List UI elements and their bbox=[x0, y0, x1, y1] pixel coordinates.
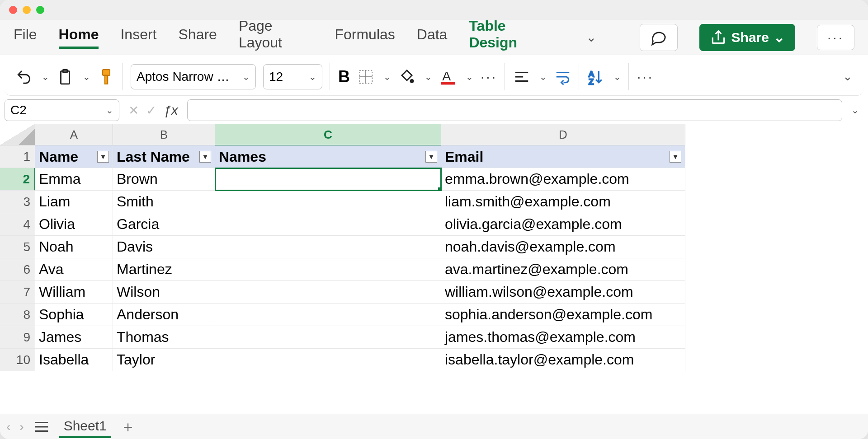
align-left-icon[interactable] bbox=[513, 68, 530, 85]
borders-icon[interactable] bbox=[357, 68, 374, 85]
cell-D6[interactable]: ava.martinez@example.com bbox=[441, 258, 685, 281]
cell-C2[interactable] bbox=[215, 168, 441, 191]
format-painter-icon[interactable] bbox=[98, 68, 115, 85]
tab-page-layout[interactable]: Page Layout bbox=[239, 18, 313, 57]
row-header-1[interactable]: 1 bbox=[0, 145, 35, 168]
row-header-2[interactable]: 2 bbox=[0, 168, 35, 191]
col-header-D[interactable]: D bbox=[441, 124, 685, 145]
cell-C4[interactable] bbox=[215, 213, 441, 236]
more-options-button[interactable]: ··· bbox=[817, 25, 854, 50]
cell-A3[interactable]: Liam bbox=[35, 191, 113, 213]
sheet-nav-next[interactable]: › bbox=[19, 420, 24, 434]
formula-input[interactable] bbox=[187, 99, 842, 121]
font-size-select[interactable]: 12 ⌄ bbox=[263, 64, 322, 89]
cell-A6[interactable]: Ava bbox=[35, 258, 113, 281]
sheet-nav-prev[interactable]: ‹ bbox=[6, 420, 10, 434]
font-color-caret[interactable]: ⌄ bbox=[466, 71, 473, 82]
select-all-corner[interactable] bbox=[0, 124, 35, 145]
wrap-text-icon[interactable] bbox=[554, 68, 571, 85]
collapse-ribbon-caret[interactable]: ⌄ bbox=[843, 70, 853, 84]
row-header-7[interactable]: 7 bbox=[0, 281, 35, 304]
cell-B7[interactable]: Wilson bbox=[113, 281, 215, 304]
add-sheet-button[interactable]: ＋ bbox=[120, 416, 136, 437]
cell-B8[interactable]: Anderson bbox=[113, 304, 215, 326]
row-header-6[interactable]: 6 bbox=[0, 258, 35, 281]
tab-formulas[interactable]: Formulas bbox=[335, 26, 395, 49]
cell-A8[interactable]: Sophia bbox=[35, 304, 113, 326]
all-sheets-icon[interactable] bbox=[33, 418, 50, 435]
close-window-button[interactable] bbox=[9, 6, 17, 14]
row-header-5[interactable]: 5 bbox=[0, 236, 35, 258]
filter-dropdown-icon[interactable]: ▾ bbox=[425, 151, 437, 163]
share-button[interactable]: Share ⌄ bbox=[699, 24, 795, 51]
cell-C3[interactable] bbox=[215, 191, 441, 213]
bold-button[interactable]: B bbox=[338, 67, 350, 86]
tab-table-design[interactable]: Table Design bbox=[469, 18, 550, 57]
align-caret[interactable]: ⌄ bbox=[539, 71, 547, 82]
ribbon-more-icon[interactable]: ··· bbox=[637, 69, 654, 84]
undo-icon[interactable] bbox=[15, 68, 33, 85]
cell-D7[interactable]: william.wilson@example.com bbox=[441, 281, 685, 304]
expand-formula-caret[interactable]: ⌄ bbox=[851, 105, 859, 116]
cell-B9[interactable]: Thomas bbox=[113, 326, 215, 349]
col-header-C[interactable]: C bbox=[215, 124, 441, 145]
cell-D10[interactable]: isabella.taylor@example.com bbox=[441, 349, 685, 371]
accept-formula-icon[interactable]: ✓ bbox=[146, 103, 156, 118]
borders-caret[interactable]: ⌄ bbox=[383, 71, 391, 82]
cell-A2[interactable]: Emma bbox=[35, 168, 113, 191]
cell-A9[interactable]: James bbox=[35, 326, 113, 349]
fill-color-caret[interactable]: ⌄ bbox=[425, 71, 432, 82]
cell-C7[interactable] bbox=[215, 281, 441, 304]
minimize-window-button[interactable] bbox=[23, 6, 31, 14]
fill-color-icon[interactable] bbox=[398, 68, 415, 85]
spreadsheet-grid[interactable]: A B C D 1 Name▾ Last Name▾ Names▾ Email▾… bbox=[0, 124, 868, 414]
row-header-3[interactable]: 3 bbox=[0, 191, 35, 213]
name-box[interactable]: C2 ⌄ bbox=[5, 99, 119, 121]
table-header-name[interactable]: Name▾ bbox=[35, 145, 113, 168]
fx-icon[interactable]: ƒx bbox=[164, 103, 178, 118]
table-header-names[interactable]: Names▾ bbox=[215, 145, 441, 168]
cell-B4[interactable]: Garcia bbox=[113, 213, 215, 236]
cell-A5[interactable]: Noah bbox=[35, 236, 113, 258]
cell-A7[interactable]: William bbox=[35, 281, 113, 304]
cancel-formula-icon[interactable]: ✕ bbox=[128, 103, 139, 118]
sort-filter-icon[interactable]: AZ bbox=[587, 68, 604, 85]
row-header-9[interactable]: 9 bbox=[0, 326, 35, 349]
cell-B3[interactable]: Smith bbox=[113, 191, 215, 213]
clipboard-icon[interactable] bbox=[57, 68, 74, 85]
col-header-A[interactable]: A bbox=[35, 124, 113, 145]
tab-data[interactable]: Data bbox=[417, 26, 448, 49]
cell-B5[interactable]: Davis bbox=[113, 236, 215, 258]
row-header-10[interactable]: 10 bbox=[0, 349, 35, 371]
font-family-select[interactable]: Aptos Narrow … ⌄ bbox=[131, 64, 256, 89]
cell-B2[interactable]: Brown bbox=[113, 168, 215, 191]
filter-dropdown-icon[interactable]: ▾ bbox=[199, 151, 211, 163]
tab-home[interactable]: Home bbox=[59, 26, 99, 49]
cell-C5[interactable] bbox=[215, 236, 441, 258]
cell-D5[interactable]: noah.davis@example.com bbox=[441, 236, 685, 258]
font-color-icon[interactable]: A bbox=[439, 68, 457, 85]
cell-B6[interactable]: Martinez bbox=[113, 258, 215, 281]
font-more-icon[interactable]: ··· bbox=[481, 69, 497, 84]
undo-dropdown-caret[interactable]: ⌄ bbox=[42, 71, 49, 82]
table-header-lastname[interactable]: Last Name▾ bbox=[113, 145, 215, 168]
tab-share[interactable]: Share bbox=[179, 26, 217, 49]
cell-C10[interactable] bbox=[215, 349, 441, 371]
cell-D4[interactable]: olivia.garcia@example.com bbox=[441, 213, 685, 236]
cell-C8[interactable] bbox=[215, 304, 441, 326]
cell-C9[interactable] bbox=[215, 326, 441, 349]
cell-D8[interactable]: sophia.anderson@example.com bbox=[441, 304, 685, 326]
table-header-email[interactable]: Email▾ bbox=[441, 145, 685, 168]
filter-dropdown-icon[interactable]: ▾ bbox=[97, 151, 109, 163]
tab-file[interactable]: File bbox=[14, 26, 37, 49]
cell-C6[interactable] bbox=[215, 258, 441, 281]
cell-D9[interactable]: james.thomas@example.com bbox=[441, 326, 685, 349]
tabs-overflow-caret[interactable]: ⌄ bbox=[586, 30, 596, 45]
cell-B10[interactable]: Taylor bbox=[113, 349, 215, 371]
cell-A10[interactable]: Isabella bbox=[35, 349, 113, 371]
cell-D2[interactable]: emma.brown@example.com bbox=[441, 168, 685, 191]
sort-caret[interactable]: ⌄ bbox=[613, 71, 621, 82]
row-header-8[interactable]: 8 bbox=[0, 304, 35, 326]
tab-insert[interactable]: Insert bbox=[120, 26, 156, 49]
col-header-B[interactable]: B bbox=[113, 124, 215, 145]
